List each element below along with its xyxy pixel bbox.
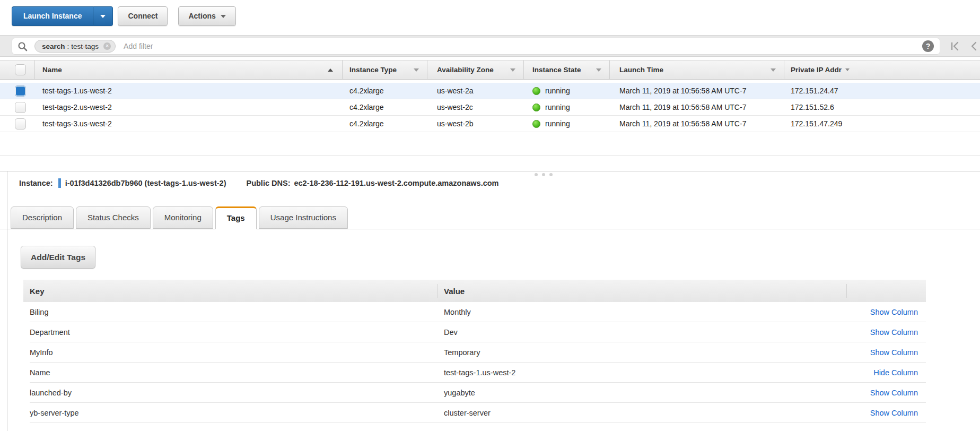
column-header-launch-time[interactable]: Launch Time [610,61,784,79]
column-header-name[interactable]: Name [35,61,343,79]
tag-key: Name [23,363,438,383]
tags-table: Key Value Biling Monthly Show Column Dep… [23,280,926,423]
row-checkbox[interactable] [15,118,26,130]
row-checkbox[interactable] [15,102,26,113]
column-label: Name [42,66,62,74]
add-filter-placeholder[interactable]: Add filter [124,42,153,50]
filter-tag-separator: : [67,42,69,50]
tag-row: yb-server-type cluster-server Show Colum… [23,403,926,423]
instance-state-text: running [545,103,570,111]
tag-value: test-tags-1.us-west-2 [438,363,847,383]
status-running-icon [532,120,540,128]
tag-action: Show Column [847,302,926,322]
table-row[interactable]: test-tags-2.us-west-2 c4.2xlarge us-west… [0,99,980,116]
remove-filter-icon[interactable] [103,42,111,50]
column-header-instance-type[interactable]: Instance Type [343,61,427,79]
search-filter-tag[interactable]: search : test-tags [34,40,116,53]
row-select-cell [0,116,35,132]
chevron-down-icon[interactable] [771,68,776,72]
add-edit-tags-button[interactable]: Add/Edit Tags [21,246,95,269]
tag-value: Dev [438,322,847,342]
status-running-icon [532,87,540,95]
tag-action: Show Column [847,342,926,363]
launch-time: March 11, 2019 at 10:56:58 AM UTC-7 [610,83,784,99]
instance-type-text: c4.2xlarge [349,87,384,95]
hide-column-link[interactable]: Hide Column [873,368,918,377]
tag-action: Show Column [847,322,926,342]
filter-input[interactable]: search : test-tags Add filter ? [12,38,940,55]
tab-tags[interactable]: Tags [215,206,257,229]
tag-value: Temporary [438,342,847,363]
launch-instance-dropdown-button[interactable] [93,6,113,26]
actions-button[interactable]: Actions [178,6,235,26]
tab-usage-instructions[interactable]: Usage Instructions [259,206,348,229]
tag-row: Name test-tags-1.us-west-2 Hide Column [23,363,926,383]
tag-key: MyInfo [23,342,438,363]
column-label: Instance Type [349,66,397,74]
select-all-checkbox[interactable] [15,64,26,75]
tab-monitoring[interactable]: Monitoring [153,206,213,229]
show-column-link[interactable]: Show Column [870,308,918,316]
launch-instance-split-button: Launch Instance [12,6,113,26]
column-header-key: Key [23,280,438,302]
tag-row: launched-by yugabyte Show Column [23,383,926,403]
show-column-link[interactable]: Show Column [870,348,918,357]
row-checkbox[interactable] [15,85,26,97]
column-header-instance-state[interactable]: Instance State [524,61,610,79]
tag-value-text: Temporary [444,348,480,357]
column-header-private-ip[interactable]: Private IP Addr [784,61,980,79]
instance-summary: Instance: i-01f3d41326db7b960 (test-tags… [19,178,499,188]
launch-instance-button[interactable]: Launch Instance [12,6,93,26]
instance-state: running [524,99,610,115]
column-label: Private IP Addr [791,66,842,74]
tag-action: Show Column [847,383,926,403]
column-label: Value [444,287,465,296]
show-column-link[interactable]: Show Column [870,409,918,417]
tag-value-text: Monthly [444,308,471,316]
tag-action: Show Column [847,403,926,423]
column-label: Launch Time [619,66,663,74]
show-column-link[interactable]: Show Column [870,389,918,397]
actions-button-label: Actions [188,7,215,25]
pane-resize-handle[interactable] [535,173,557,176]
tag-key-text: launched-by [30,389,72,397]
sort-asc-icon [328,68,333,72]
tag-key: Department [23,322,438,342]
column-label: Availability Zone [437,66,494,74]
filter-tag-key: search [42,42,65,50]
chevron-down-icon[interactable] [596,68,601,72]
show-column-link[interactable]: Show Column [870,328,918,337]
tag-value-text: Dev [444,328,458,337]
instance-type-text: c4.2xlarge [349,119,384,128]
tab-description[interactable]: Description [11,206,74,229]
connect-button[interactable]: Connect [118,6,168,26]
private-ip-text: 172.151.24.47 [791,87,838,95]
instance-name-text: test-tags-2.us-west-2 [42,103,112,111]
instance-name: test-tags-3.us-west-2 [35,116,343,132]
tag-row: Biling Monthly Show Column [23,302,926,322]
first-page-icon[interactable] [950,41,960,51]
tag-value: cluster-server [438,403,847,423]
launch-time-text: March 11, 2019 at 10:56:58 AM UTC-7 [619,103,746,111]
availability-zone: us-west-2c [427,99,524,115]
tag-key: Biling [23,302,438,322]
selection-indicator [58,178,61,188]
tag-key-text: MyInfo [30,348,53,357]
table-row[interactable]: test-tags-1.us-west-2 c4.2xlarge us-west… [0,83,980,99]
filter-tag-value: test-tags [71,42,99,50]
column-header-availability-zone[interactable]: Availability Zone [427,61,524,79]
chevron-down-icon[interactable] [414,68,419,72]
private-ip: 172.151.47.249 [784,116,980,132]
previous-page-icon[interactable] [969,41,978,51]
tab-status-checks[interactable]: Status Checks [76,206,151,229]
column-label: Key [30,287,45,296]
instance-state: running [524,83,610,99]
availability-zone-text: us-west-2b [437,119,473,128]
tag-value-text: yugabyte [444,389,475,397]
row-select-cell [0,83,35,99]
availability-zone-text: us-west-2a [437,87,473,95]
help-icon[interactable]: ? [922,40,934,52]
instance-name-text: test-tags-3.us-west-2 [42,119,112,128]
chevron-down-icon[interactable] [510,68,515,72]
table-row[interactable]: test-tags-3.us-west-2 c4.2xlarge us-west… [0,116,980,132]
